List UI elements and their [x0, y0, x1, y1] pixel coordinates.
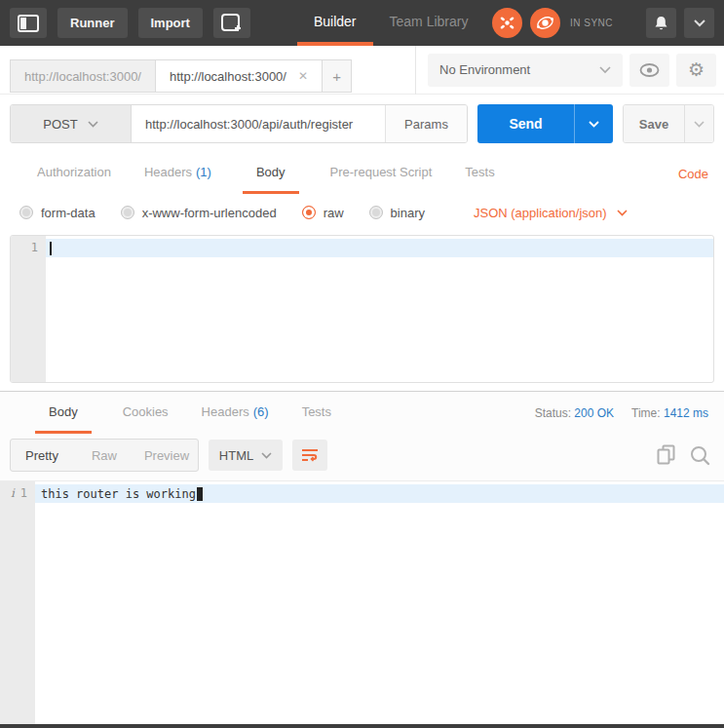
tab-headers-label: Headers	[144, 165, 192, 179]
send-button[interactable]: Send	[477, 104, 574, 143]
copy-icon	[657, 444, 676, 466]
word-wrap-icon	[301, 447, 319, 463]
interceptor-button[interactable]	[492, 8, 522, 38]
code-link[interactable]: Code	[678, 167, 708, 181]
line-info-icon: i	[11, 486, 15, 500]
sync-orbit-icon	[535, 13, 555, 33]
response-format-value: HTML	[219, 448, 253, 463]
sidebar-toggle-icon	[18, 15, 39, 32]
method-value: POST	[43, 117, 77, 132]
new-window-button[interactable]	[213, 8, 250, 38]
request-builder-row: POST Params Send Save	[0, 95, 724, 153]
params-button[interactable]: Params	[385, 105, 467, 142]
radio-icon	[369, 206, 383, 219]
close-tab-icon[interactable]: ✕	[298, 69, 308, 83]
interceptor-icon	[499, 15, 515, 31]
response-body-editor[interactable]: i1 this router is working	[0, 480, 724, 724]
nav-builder[interactable]: Builder	[297, 0, 373, 46]
bottom-statusbar-edge	[0, 724, 724, 728]
header-nav: Builder Team Library	[297, 0, 485, 46]
request-section-tabs: Authorization Headers (1) Body Pre-reque…	[0, 153, 724, 194]
radio-icon	[121, 206, 134, 219]
chevron-down-icon	[694, 19, 705, 27]
radio-label: binary	[391, 206, 425, 220]
request-tab-active[interactable]: http://localhost:3000/ ✕	[155, 59, 323, 93]
body-type-selector: form-data x-www-form-urlencoded raw bina…	[0, 194, 724, 231]
environment-selected-value: No Environment	[439, 62, 530, 77]
radio-label: x-www-form-urlencoded	[142, 206, 277, 220]
url-input[interactable]	[132, 105, 385, 142]
response-view-mode-group: Pretty Raw Preview	[10, 439, 199, 472]
chevron-down-icon	[599, 66, 611, 74]
sync-button[interactable]	[530, 8, 560, 38]
settings-button[interactable]: ⚙	[676, 54, 716, 87]
view-raw-button[interactable]: Raw	[73, 440, 135, 471]
request-body-editor[interactable]: 1	[10, 235, 714, 383]
time-label: Time:	[631, 406, 661, 420]
response-active-line[interactable]: this router is working	[35, 484, 724, 503]
eye-icon	[639, 63, 660, 77]
runner-button[interactable]: Runner	[57, 8, 128, 38]
time-value: 1412 ms	[664, 406, 708, 420]
response-tab-tests[interactable]: Tests	[300, 393, 333, 434]
header-menu-button[interactable]	[684, 8, 714, 38]
environment-quicklook-button[interactable]	[629, 54, 669, 87]
plus-icon: +	[332, 68, 341, 85]
radio-form-data[interactable]: form-data	[19, 206, 95, 220]
response-toolbar: Pretty Raw Preview HTML	[0, 435, 724, 480]
content-type-value: JSON (application/json)	[474, 206, 607, 220]
radio-urlencoded[interactable]: x-www-form-urlencoded	[121, 206, 277, 220]
send-options-button[interactable]	[574, 104, 613, 143]
search-response-button[interactable]	[690, 445, 710, 466]
editor-active-line[interactable]	[46, 239, 713, 257]
sidebar-toggle-button[interactable]	[10, 8, 47, 38]
copy-response-button[interactable]	[657, 444, 676, 466]
request-tab-label: http://localhost:3000/	[24, 69, 141, 84]
chevron-down-icon	[617, 210, 628, 216]
response-tab-cookies[interactable]: Cookies	[121, 393, 171, 434]
nav-team-library[interactable]: Team Library	[373, 0, 485, 46]
view-preview-button[interactable]: Preview	[135, 440, 198, 471]
editor-gutter: 1	[11, 236, 46, 382]
content-type-select[interactable]: JSON (application/json)	[474, 206, 628, 220]
response-tab-headers-label: Headers	[202, 404, 249, 419]
radio-binary[interactable]: binary	[369, 206, 425, 220]
response-tab-headers[interactable]: Headers (6)	[200, 393, 271, 434]
chevron-down-icon	[589, 121, 599, 128]
response-format-select[interactable]: HTML	[209, 440, 283, 471]
request-tab-inactive[interactable]: http://localhost:3000/	[10, 59, 155, 93]
tab-body[interactable]: Body	[243, 153, 299, 194]
tab-headers[interactable]: Headers (1)	[142, 153, 213, 194]
app-header: Runner Import Builder Team Library IN SY…	[0, 0, 724, 46]
tab-pre-request-script[interactable]: Pre-request Script	[328, 153, 435, 194]
sync-status-label: IN SYNC	[570, 18, 613, 28]
tab-authorization[interactable]: Authorization	[35, 153, 113, 194]
save-options-button[interactable]	[684, 105, 713, 142]
search-icon	[690, 445, 710, 466]
import-button[interactable]: Import	[138, 8, 203, 38]
text-caret	[197, 487, 203, 501]
save-button[interactable]: Save	[624, 105, 684, 142]
method-select[interactable]: POST	[11, 105, 132, 142]
status-label: Status:	[535, 406, 571, 420]
notifications-button[interactable]	[646, 8, 676, 38]
new-tab-button[interactable]: +	[323, 59, 352, 93]
view-pretty-button[interactable]: Pretty	[11, 440, 73, 471]
response-line-text: this router is working	[41, 487, 196, 501]
gear-icon: ⚙	[688, 60, 705, 79]
line-number: 1	[20, 486, 27, 500]
response-tab-body[interactable]: Body	[35, 393, 92, 434]
chevron-down-icon	[88, 121, 98, 128]
radio-selected-icon	[302, 206, 316, 219]
response-editor-gutter: i1	[0, 481, 35, 724]
new-window-icon	[221, 14, 243, 33]
response-section-tabs: Body Cookies Headers (6) Tests Status: 2…	[0, 392, 724, 435]
radio-icon	[19, 206, 33, 219]
radio-raw[interactable]: raw	[302, 206, 344, 220]
tab-tests[interactable]: Tests	[463, 153, 496, 194]
status-value: 200 OK	[574, 406, 614, 420]
environment-select[interactable]: No Environment	[428, 54, 623, 87]
text-caret	[50, 242, 52, 255]
word-wrap-button[interactable]	[292, 440, 327, 471]
bell-icon	[654, 16, 668, 31]
